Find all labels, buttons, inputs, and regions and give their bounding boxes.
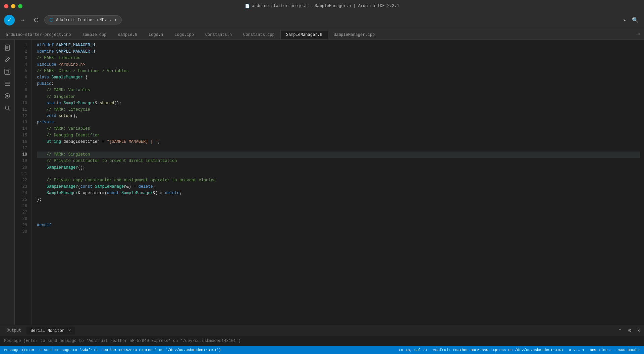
window-controls[interactable] [4, 4, 22, 8]
icon-sidebar [0, 40, 15, 325]
code-line-29: #endif [37, 222, 640, 229]
maximize-button[interactable] [18, 4, 22, 8]
verify-button[interactable]: ✓ [4, 15, 15, 25]
tab-samplecpp[interactable]: sample.cpp [76, 30, 112, 39]
bottom-settings-button[interactable]: ⚙ [626, 327, 633, 334]
bottom-collapse-button[interactable]: ⌃ [617, 327, 624, 334]
svg-line-12 [8, 109, 10, 110]
tab-samplemanagerh[interactable]: SampleManager.h [280, 30, 328, 39]
tab-constantsh[interactable]: Constants.h [200, 30, 237, 39]
minimize-button[interactable] [11, 4, 15, 8]
board-selector[interactable]: ⬡ Adafruit Feather nRF... ▾ [44, 15, 122, 24]
code-line-7: public: [37, 81, 640, 87]
new-line-label: New Line [590, 348, 608, 352]
sidebar-icon-library[interactable] [2, 78, 13, 89]
tab-sampleh[interactable]: sample.h [112, 30, 143, 39]
status-new-line[interactable]: New Line ▾ [590, 348, 611, 352]
code-line-1: #ifndef SAMPLE_MANAGER_H [37, 42, 640, 49]
baud-chevron-icon: ▾ [638, 348, 640, 352]
code-line-24: SampleManager& operator=(const SampleMan… [37, 190, 640, 196]
serial-plotter-button[interactable]: ⌁ [622, 15, 628, 24]
svg-rect-4 [5, 69, 10, 74]
sidebar-icon-files[interactable] [2, 42, 13, 53]
code-line-4: #include <Arduino.h> [37, 62, 640, 68]
window-title: arduino-starter-project – SampleManager.… [252, 4, 399, 8]
code-line-17 [37, 145, 640, 152]
tab-output[interactable]: Output [3, 327, 25, 334]
bottom-tab-actions: ⌃ ⚙ × [617, 327, 641, 334]
code-line-16: String debugIdentifier = "[SAMPLE MANAGE… [37, 139, 640, 145]
status-bar: Message (Enter to send message to 'Adafr… [0, 346, 644, 354]
svg-point-11 [5, 106, 9, 109]
sidebar-icon-debug[interactable] [2, 91, 13, 101]
board-icon: ⬡ [49, 17, 53, 23]
toolbar-right: ⌁ 🔍 [622, 15, 640, 24]
code-line-3: // MARK: Libraries [37, 55, 640, 61]
tabs-overflow-button[interactable]: ⋯ [632, 28, 644, 39]
code-line-5: // MARK: Class / Functions / Variables [37, 68, 640, 74]
close-button[interactable] [4, 4, 8, 8]
sidebar-icon-board[interactable] [2, 66, 13, 77]
code-line-22: // Private copy constructor and assignme… [37, 177, 640, 184]
code-line-25: }; [37, 197, 640, 203]
upload-button[interactable]: → [17, 15, 28, 25]
serial-input[interactable] [4, 339, 640, 343]
serial-monitor-button[interactable]: 🔍 [631, 15, 640, 24]
status-errors[interactable]: ⊗ 2 ⚠ 1 [569, 348, 584, 352]
code-line-15: // Debuging Identifier [37, 132, 640, 139]
bottom-panel: Output Serial Monitor × ⌃ ⚙ × [0, 325, 644, 346]
svg-point-10 [6, 95, 8, 97]
code-line-27 [37, 210, 640, 216]
tab-logsh[interactable]: Logs.h [143, 30, 169, 39]
title-bar: 📄 arduino-starter-project – SampleManage… [0, 0, 644, 12]
tab-constantscpp[interactable]: Constants.cpp [237, 30, 280, 39]
tab-samplemanagercpp[interactable]: SampleManager.cpp [328, 30, 380, 39]
status-baud[interactable]: 9600 baud ▾ [616, 348, 640, 352]
status-board[interactable]: Adafruit Feather nRF52840 Express on /de… [433, 348, 564, 352]
bottom-close-button[interactable]: × [636, 327, 641, 334]
code-line-30 [37, 229, 640, 235]
line-numbers: 1234567891011121314151617181920212223242… [15, 40, 32, 325]
toolbar: ✓ → ⬡ ⬡ Adafruit Feather nRF... ▾ ⌁ 🔍 [0, 12, 644, 28]
tab-ino[interactable]: arduino-starter-project.ino [0, 30, 76, 39]
status-bar-right: Ln 18, Col 21 Adafruit Feather nRF52840 … [399, 348, 640, 352]
code-line-8: // MARK: Variables [37, 87, 640, 94]
code-lines[interactable]: #ifndef SAMPLE_MANAGER_H#define SAMPLE_M… [32, 40, 640, 325]
code-line-23: SampleManager(const SampleManager&) = de… [37, 184, 640, 190]
sidebar-icon-edit[interactable] [2, 54, 13, 65]
code-line-19: // Private constructor to prevent direct… [37, 158, 640, 164]
code-line-26 [37, 203, 640, 210]
tabs-bar: arduino-starter-project.ino sample.cpp s… [0, 28, 644, 40]
status-message: Message (Enter to send message to 'Adafr… [4, 348, 221, 352]
code-line-20: SampleManager(); [37, 165, 640, 171]
code-line-13: private: [37, 119, 640, 126]
code-line-12: void setup(); [37, 113, 640, 119]
new-line-chevron-icon: ▾ [609, 348, 611, 352]
serial-input-area[interactable] [0, 336, 644, 346]
code-line-9: // Singleton [37, 94, 640, 100]
code-line-11: // MARK: Lifecycle [37, 107, 640, 113]
code-line-21 [37, 171, 640, 177]
code-line-2: #define SAMPLE_MANAGER_H [37, 49, 640, 55]
tab-serial-monitor[interactable]: Serial Monitor × [26, 327, 75, 335]
chevron-down-icon: ▾ [114, 17, 117, 22]
main-area: 1234567891011121314151617181920212223242… [0, 40, 644, 325]
code-line-14: // MARK: Variables [37, 126, 640, 132]
board-label: Adafruit Feather nRF... [56, 18, 112, 22]
baud-label: 9600 baud [616, 348, 636, 352]
editor-scrollbar[interactable] [640, 40, 644, 325]
code-line-28 [37, 216, 640, 222]
code-line-10: static SampleManager& shared(); [37, 100, 640, 107]
tab-logscpp[interactable]: Logs.cpp [169, 30, 200, 39]
sidebar-icon-search[interactable] [2, 103, 13, 113]
status-position[interactable]: Ln 18, Col 21 [399, 348, 428, 352]
serial-monitor-close-icon[interactable]: × [68, 328, 71, 333]
bottom-tabs-bar: Output Serial Monitor × ⌃ ⚙ × [0, 325, 644, 336]
debug-button[interactable]: ⬡ [31, 15, 42, 25]
code-line-18: // MARK: Singleton [37, 152, 640, 158]
editor-area[interactable]: 1234567891011121314151617181920212223242… [15, 40, 640, 325]
title-file-icon: 📄 [245, 4, 250, 9]
code-container: 1234567891011121314151617181920212223242… [15, 40, 640, 325]
svg-rect-5 [6, 70, 9, 73]
code-line-6: class SampleManager { [37, 74, 640, 81]
